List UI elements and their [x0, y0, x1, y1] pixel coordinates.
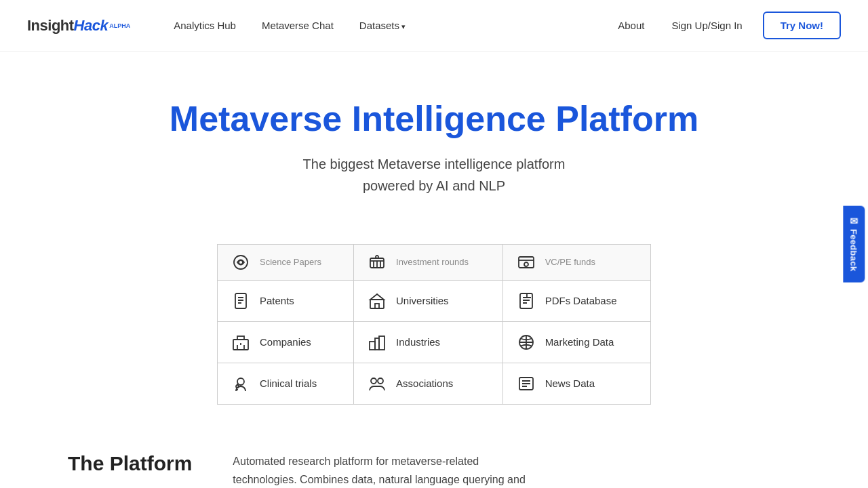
nav-links: Analytics Hub Metaverse Chat Datasets [164, 14, 611, 37]
hero-title: Metaverse Intelligence Platform [27, 99, 841, 140]
logo-hack: Hack [74, 17, 108, 34]
grid-cell-label: Companies [260, 336, 311, 348]
nav-datasets[interactable]: Datasets [350, 14, 415, 37]
grid-cell[interactable]: Universities [354, 280, 503, 321]
grid-cell-label: Science Papers [260, 257, 321, 267]
vc-icon [515, 251, 537, 273]
svg-point-1 [239, 260, 243, 264]
nav-right: About Sign Up/Sign In Try Now! [611, 12, 841, 39]
clinical-icon [230, 373, 252, 394]
grid-cell[interactable]: Clinical trials [218, 363, 354, 404]
pdfs-icon [515, 290, 537, 312]
universities-icon [366, 290, 388, 312]
svg-point-19 [378, 378, 383, 384]
companies-icon [230, 331, 252, 353]
feedback-icon: ✉ [850, 216, 859, 226]
grid-cell-label: Patents [260, 295, 294, 306]
svg-point-16 [237, 378, 244, 385]
svg-rect-12 [370, 342, 375, 350]
svg-rect-6 [235, 293, 246, 308]
svg-rect-14 [379, 336, 384, 350]
grid-cell[interactable]: Patents [218, 280, 354, 321]
science-icon [230, 251, 252, 273]
marketing-icon [515, 331, 537, 353]
news-icon [515, 373, 537, 394]
industries-icon [366, 331, 388, 353]
grid-cell[interactable]: News Data [502, 363, 650, 404]
data-grid-container: Science PapersInvestment roundsVC/PE fun… [0, 224, 868, 418]
grid-cell-label: Universities [396, 295, 449, 306]
associations-icon [366, 373, 388, 394]
platform-title: The Platform [68, 452, 192, 475]
grid-cell[interactable]: VC/PE funds [502, 244, 650, 280]
investment-icon [366, 251, 388, 273]
grid-cell[interactable]: Science Papers [218, 244, 354, 280]
hero-section: Metaverse Intelligence Platform The bigg… [0, 52, 868, 224]
grid-cell-label: VC/PE funds [545, 257, 595, 267]
grid-cell-label: Industries [396, 336, 440, 348]
svg-rect-9 [520, 293, 532, 308]
patents-icon [230, 290, 252, 312]
grid-cell-label: Marketing Data [545, 336, 614, 348]
logo-alpha: ALPHA [109, 22, 130, 29]
nav-about[interactable]: About [611, 14, 651, 37]
grid-cell-label: Associations [396, 378, 453, 389]
hero-subtitle: The biggest Metaverse intelligence platf… [27, 153, 841, 197]
platform-section: The Platform Automated research platform… [0, 418, 868, 488]
svg-point-17 [236, 385, 239, 388]
grid-cell-label: PDFs Database [545, 295, 617, 306]
navbar: InsightHack ALPHA Analytics Hub Metavers… [0, 0, 868, 52]
nav-analytics-hub[interactable]: Analytics Hub [164, 14, 245, 37]
feedback-button[interactable]: ✉ Feedback [844, 206, 865, 283]
grid-cell[interactable]: Associations [354, 363, 503, 404]
platform-description: Automated research platform for metavers… [233, 452, 545, 488]
grid-cell[interactable]: Investment rounds [354, 244, 503, 280]
svg-rect-8 [375, 304, 379, 308]
nav-metaverse-chat[interactable]: Metaverse Chat [252, 14, 343, 37]
svg-point-0 [234, 256, 248, 269]
svg-rect-13 [375, 338, 379, 350]
logo[interactable]: InsightHack ALPHA [27, 17, 130, 35]
grid-cell-label: News Data [545, 378, 595, 389]
nav-signin[interactable]: Sign Up/Sign In [665, 14, 749, 37]
grid-cell[interactable]: PDFs Database [502, 280, 650, 321]
grid-cell[interactable]: Industries [354, 321, 503, 363]
grid-cell[interactable]: Companies [218, 321, 354, 363]
svg-point-5 [524, 262, 528, 266]
data-grid: Science PapersInvestment roundsVC/PE fun… [217, 244, 651, 405]
svg-point-18 [371, 378, 376, 384]
svg-point-3 [376, 256, 378, 258]
try-now-button[interactable]: Try Now! [763, 12, 841, 39]
grid-cell-label: Investment rounds [396, 257, 469, 267]
grid-cell-label: Clinical trials [260, 378, 317, 389]
feedback-label: Feedback [849, 229, 859, 271]
grid-cell[interactable]: Marketing Data [502, 321, 650, 363]
svg-rect-11 [237, 336, 244, 340]
